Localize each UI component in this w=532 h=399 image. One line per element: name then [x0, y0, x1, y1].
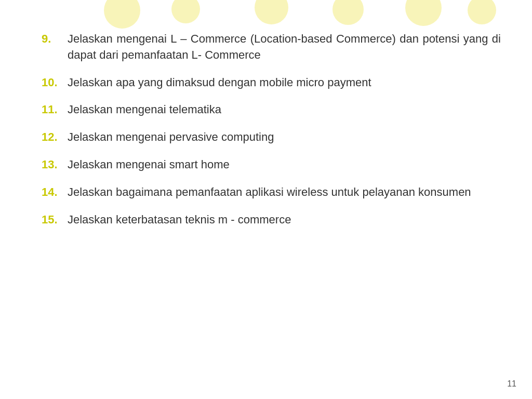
item-number: 12. [42, 129, 68, 145]
circle-decoration [405, 0, 442, 26]
item-text: Jelaskan mengenai telematika [68, 102, 501, 118]
content-area: 9. Jelaskan mengenai L – Commerce (Locat… [31, 31, 501, 228]
item-number: 11. [42, 102, 68, 118]
list-item: 13. Jelaskan mengenai smart home [42, 157, 501, 173]
item-number: 15. [42, 212, 68, 228]
item-text: Jelaskan keterbatasan teknis m - commerc… [68, 212, 501, 228]
list-item: 11. Jelaskan mengenai telematika [42, 102, 501, 118]
item-text: Jelaskan bagaimana pemanfaatan aplikasi … [68, 184, 501, 201]
item-text: Jelaskan mengenai pervasive computing [68, 129, 501, 145]
list-item: 14. Jelaskan bagaimana pemanfaatan aplik… [42, 184, 501, 201]
item-number: 13. [42, 157, 68, 173]
slide: 9. Jelaskan mengenai L – Commerce (Locat… [0, 0, 532, 399]
circle-decoration [255, 0, 288, 24]
circle-decoration [468, 0, 496, 24]
list-item: 15. Jelaskan keterbatasan teknis m - com… [42, 212, 501, 228]
circle-decoration [104, 0, 140, 29]
item-number: 10. [42, 75, 68, 91]
list-item: 12. Jelaskan mengenai pervasive computin… [42, 129, 501, 145]
item-number: 9. [42, 31, 68, 47]
item-text: Jelaskan mengenai smart home [68, 157, 501, 173]
decorative-circles [0, 0, 532, 31]
item-number: 14. [42, 184, 68, 201]
list-item: 9. Jelaskan mengenai L – Commerce (Locat… [42, 31, 501, 63]
page-number: 11 [507, 379, 516, 389]
item-text: Jelaskan apa yang dimaksud dengan mobile… [68, 75, 501, 91]
circle-decoration [171, 0, 200, 23]
item-text: Jelaskan mengenai L – Commerce (Location… [68, 31, 501, 63]
list-item: 10. Jelaskan apa yang dimaksud dengan mo… [42, 75, 501, 91]
circle-decoration [332, 0, 364, 25]
